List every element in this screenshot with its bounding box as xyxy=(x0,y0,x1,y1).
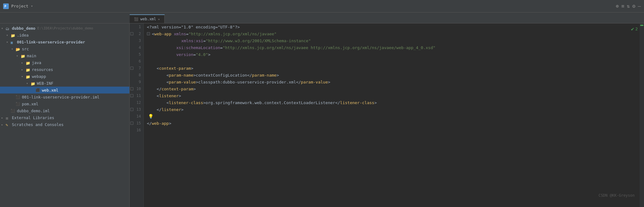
sidebar-item-main[interactable]: main xyxy=(0,52,129,59)
right-error-gutter xyxy=(640,23,644,207)
navigate-icon[interactable]: ⊕ xyxy=(616,3,619,9)
sidebar-label-pom: pom.xml xyxy=(22,102,38,106)
tab-webxml[interactable]: ⬛ web.xml ✕ xyxy=(130,14,165,23)
sidebar-item-iml2[interactable]: ⬛ dubbo_demo.iml xyxy=(0,107,129,114)
code-line-6 xyxy=(147,58,637,65)
line-9: 9 xyxy=(130,78,143,85)
arrow-idea xyxy=(6,33,11,37)
fold-btn-11[interactable]: - xyxy=(130,94,133,97)
title-arrow[interactable]: ▾ xyxy=(31,4,33,8)
watermark: CSDN @KK-Greyson xyxy=(598,193,635,198)
project-root-icon xyxy=(6,26,11,30)
code-editor[interactable]: <?xml version="1.0" encoding="UTF-8"?> -… xyxy=(144,23,640,207)
sidebar-label-webinf: WEB-INF xyxy=(37,81,53,86)
sidebar-label-idea: .idea xyxy=(17,33,29,38)
arrow-java xyxy=(21,61,26,64)
structure-icon[interactable]: ≡ xyxy=(621,3,624,9)
arrow-extlibs xyxy=(1,116,6,119)
code-line-7: <context-param> xyxy=(147,65,637,72)
fold-btn-7[interactable]: - xyxy=(130,67,133,70)
title-bar-icons: ⊕ ≡ ⇅ ⚙ — xyxy=(616,3,641,9)
sidebar-item-webinf[interactable]: WEB-INF xyxy=(0,80,129,87)
line-6: 6 xyxy=(130,58,143,65)
project-icon: P xyxy=(3,3,9,9)
main-layout: dubbo_demo E:\IDEA\Projects\dubbo_demo .… xyxy=(0,23,644,207)
sidebar-label-java: java xyxy=(32,60,41,65)
fold-btn-13[interactable]: - xyxy=(130,108,133,111)
arrow-src xyxy=(11,47,16,51)
webinf-folder-icon xyxy=(31,81,36,85)
inline-fold-2[interactable]: - xyxy=(147,32,150,35)
line-14: 14 xyxy=(130,113,143,120)
sidebar-item-webxml[interactable]: ⬛ web.xml xyxy=(0,87,129,93)
error-mark xyxy=(640,25,643,26)
sidebar-label-dubbo-demo: dubbo_demo xyxy=(12,26,35,31)
sidebar-item-resources[interactable]: resources xyxy=(0,66,129,73)
svg-text:P: P xyxy=(4,5,6,8)
line-4: 4 xyxy=(130,44,143,51)
code-line-14: 💡 xyxy=(147,113,637,120)
lightbulb-icon: 💡 xyxy=(148,114,153,119)
sidebar-label-path: E:\IDEA\Projects\dubbo_demo xyxy=(37,26,93,30)
line-15: 15 - xyxy=(130,120,143,127)
sidebar-item-extlibs[interactable]: External Libraries xyxy=(0,114,129,121)
fold-btn-2[interactable]: - xyxy=(130,32,133,35)
arrow-main xyxy=(16,54,21,58)
minimize-icon[interactable]: — xyxy=(638,3,641,9)
line-13: 13 - xyxy=(130,106,143,113)
tab-close-button[interactable]: ✕ xyxy=(158,18,160,21)
code-line-12: <listener-class>org.springframework.web.… xyxy=(147,99,637,106)
line-16: 16 xyxy=(130,127,143,134)
arrow-scratches xyxy=(1,123,6,126)
title-project-name[interactable]: Project xyxy=(11,4,28,8)
fold-btn-10[interactable]: - xyxy=(130,87,133,90)
code-line-3: xmlns:xsi="http://www.w3.org/2001/XMLSch… xyxy=(147,37,637,44)
title-bar-left: P Project ▾ xyxy=(3,3,133,9)
module-icon xyxy=(11,40,16,44)
sidebar-item-java[interactable]: java xyxy=(0,59,129,66)
code-line-13: </listener> xyxy=(147,106,637,113)
code-line-1: <?xml version="1.0" encoding="UTF-8"?> xyxy=(147,23,637,30)
sidebar-item-webapp[interactable]: webapp xyxy=(0,73,129,80)
line-12: 12 xyxy=(130,99,143,106)
arrow-webapp xyxy=(21,75,26,78)
sidebar-item-idea[interactable]: .idea xyxy=(0,32,129,38)
fold-btn-15[interactable]: - xyxy=(130,122,133,125)
sidebar-label-iml1: 001-link-userservice-provider.iml xyxy=(22,95,99,99)
webapp-folder-icon xyxy=(26,74,31,78)
sidebar-item-src[interactable]: src xyxy=(0,45,129,52)
sidebar-label-scratches: Scratches and Consoles xyxy=(12,122,64,127)
sidebar-item-iml1[interactable]: ⬛ 001-link-userservice-provider.iml xyxy=(0,93,129,100)
sidebar-item-scratches[interactable]: Scratches and Consoles xyxy=(0,121,129,128)
tab-bar: ⬛ web.xml ✕ xyxy=(0,13,644,23)
sidebar-item-project-root[interactable]: dubbo_demo E:\IDEA\Projects\dubbo_demo xyxy=(0,25,129,32)
extlibs-icon xyxy=(6,116,11,119)
line-11: 11 - xyxy=(130,92,143,99)
code-line-9: <param-value>classpath:dubbo-userservice… xyxy=(147,78,637,85)
sidebar-item-pom[interactable]: ⬛ pom.xml xyxy=(0,100,129,107)
iml1-file-icon: ⬛ xyxy=(16,95,21,99)
code-line-8: <param-name>contextConfigLocation</param… xyxy=(147,72,637,78)
line-2: 2 - xyxy=(130,30,143,37)
pom-file-icon: ⬛ xyxy=(16,102,21,106)
sidebar-label-webapp: webapp xyxy=(32,74,46,79)
main-folder-icon xyxy=(21,54,26,58)
line-8: 8 xyxy=(130,72,143,78)
line-3: 3 xyxy=(130,37,143,44)
project-sidebar: dubbo_demo E:\IDEA\Projects\dubbo_demo .… xyxy=(0,23,130,207)
java-folder-icon xyxy=(26,61,31,64)
sidebar-label-src: src xyxy=(22,47,29,51)
sidebar-label-extlibs: External Libraries xyxy=(12,115,54,120)
src-folder-icon xyxy=(16,47,21,51)
iml2-file-icon: ⬛ xyxy=(11,109,16,113)
sidebar-item-module[interactable]: 001-link-userservice-provider xyxy=(0,38,129,45)
sidebar-label-iml2: dubbo_demo.iml xyxy=(17,109,50,113)
sort-icon[interactable]: ⇅ xyxy=(627,3,630,9)
line-number-gutter: 1 2 - 3 4 5 6 7 - 8 9 10 - 11 - 12 xyxy=(130,23,144,207)
title-bar: P Project ▾ ⊕ ≡ ⇅ ⚙ — xyxy=(0,0,644,13)
webxml-file-icon: ⬛ xyxy=(36,88,41,92)
arrow-webinf xyxy=(26,82,31,85)
settings-icon[interactable]: ⚙ xyxy=(632,3,636,9)
gutter-fold-inline-2: - xyxy=(147,32,151,35)
code-line-4: xsi:schemaLocation="http://xmlns.jcp.org… xyxy=(147,44,637,51)
